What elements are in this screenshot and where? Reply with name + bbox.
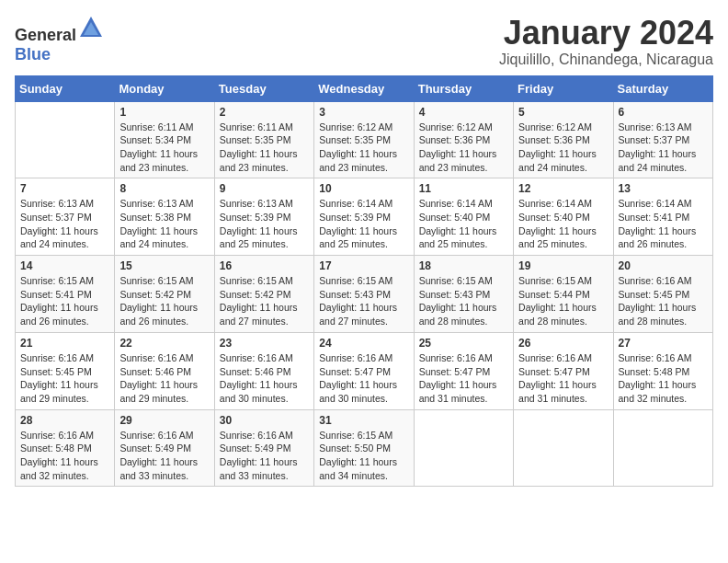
logo: General Blue xyxy=(15,15,104,64)
day-number: 28 xyxy=(20,414,109,427)
day-info: Sunrise: 6:14 AMSunset: 5:39 PMDaylight:… xyxy=(319,197,408,251)
calendar-cell: 11Sunrise: 6:14 AMSunset: 5:40 PMDayligh… xyxy=(414,178,513,256)
week-row-1: 1Sunrise: 6:11 AMSunset: 5:34 PMDaylight… xyxy=(16,101,713,178)
calendar-cell: 17Sunrise: 6:15 AMSunset: 5:43 PMDayligh… xyxy=(314,256,414,333)
day-info: Sunrise: 6:16 AMSunset: 5:47 PMDaylight:… xyxy=(319,351,408,406)
weekday-saturday: Saturday xyxy=(613,75,712,101)
day-info: Sunrise: 6:16 AMSunset: 5:49 PMDaylight:… xyxy=(119,429,209,483)
day-number: 24 xyxy=(319,337,408,350)
day-number: 12 xyxy=(518,182,608,195)
day-info: Sunrise: 6:15 AMSunset: 5:43 PMDaylight:… xyxy=(419,274,508,328)
calendar-cell: 9Sunrise: 6:13 AMSunset: 5:39 PMDaylight… xyxy=(214,178,313,256)
day-number: 1 xyxy=(119,106,209,119)
logo-general: General xyxy=(15,26,76,44)
calendar-table: SundayMondayTuesdayWednesdayThursdayFrid… xyxy=(15,75,713,488)
day-info: Sunrise: 6:16 AMSunset: 5:47 PMDaylight:… xyxy=(419,351,508,406)
day-number: 30 xyxy=(220,414,309,427)
day-info: Sunrise: 6:15 AMSunset: 5:44 PMDaylight:… xyxy=(518,274,608,328)
day-number: 4 xyxy=(419,106,508,119)
calendar-cell: 18Sunrise: 6:15 AMSunset: 5:43 PMDayligh… xyxy=(414,256,513,333)
location: Jiquilillo, Chinandega, Nicaragua xyxy=(499,52,713,68)
calendar-cell: 1Sunrise: 6:11 AMSunset: 5:34 PMDaylight… xyxy=(115,101,214,178)
calendar-cell: 3Sunrise: 6:12 AMSunset: 5:35 PMDaylight… xyxy=(314,101,414,178)
day-info: Sunrise: 6:16 AMSunset: 5:49 PMDaylight:… xyxy=(220,429,309,483)
week-row-3: 14Sunrise: 6:15 AMSunset: 5:41 PMDayligh… xyxy=(16,256,713,333)
day-number: 25 xyxy=(419,337,508,350)
day-info: Sunrise: 6:13 AMSunset: 5:37 PMDaylight:… xyxy=(619,121,708,175)
day-info: Sunrise: 6:13 AMSunset: 5:38 PMDaylight:… xyxy=(119,197,209,251)
day-number: 5 xyxy=(518,106,608,119)
day-number: 22 xyxy=(119,337,209,350)
day-number: 26 xyxy=(518,337,608,350)
day-number: 27 xyxy=(619,337,708,350)
logo-text: General Blue xyxy=(15,15,104,64)
day-number: 10 xyxy=(319,182,408,195)
week-row-5: 28Sunrise: 6:16 AMSunset: 5:48 PMDayligh… xyxy=(16,409,713,487)
day-number: 9 xyxy=(220,182,309,195)
calendar-cell: 10Sunrise: 6:14 AMSunset: 5:39 PMDayligh… xyxy=(314,178,414,256)
day-number: 19 xyxy=(518,259,608,272)
day-number: 15 xyxy=(119,259,209,272)
day-number: 3 xyxy=(319,106,408,119)
calendar-cell: 25Sunrise: 6:16 AMSunset: 5:47 PMDayligh… xyxy=(414,332,513,409)
day-info: Sunrise: 6:13 AMSunset: 5:39 PMDaylight:… xyxy=(220,197,309,251)
day-info: Sunrise: 6:12 AMSunset: 5:35 PMDaylight:… xyxy=(319,121,408,175)
calendar-cell: 5Sunrise: 6:12 AMSunset: 5:36 PMDaylight… xyxy=(514,101,613,178)
calendar-cell: 20Sunrise: 6:16 AMSunset: 5:45 PMDayligh… xyxy=(613,256,712,333)
calendar-cell: 21Sunrise: 6:16 AMSunset: 5:45 PMDayligh… xyxy=(16,332,115,409)
calendar-cell: 23Sunrise: 6:16 AMSunset: 5:46 PMDayligh… xyxy=(214,332,313,409)
week-row-4: 21Sunrise: 6:16 AMSunset: 5:45 PMDayligh… xyxy=(16,332,713,409)
weekday-tuesday: Tuesday xyxy=(214,75,313,101)
calendar-cell: 26Sunrise: 6:16 AMSunset: 5:47 PMDayligh… xyxy=(514,332,613,409)
calendar-cell: 27Sunrise: 6:16 AMSunset: 5:48 PMDayligh… xyxy=(613,332,712,409)
weekday-header-row: SundayMondayTuesdayWednesdayThursdayFrid… xyxy=(16,75,713,101)
calendar-cell: 28Sunrise: 6:16 AMSunset: 5:48 PMDayligh… xyxy=(16,409,115,487)
logo-blue: Blue xyxy=(15,45,51,63)
calendar-cell: 4Sunrise: 6:12 AMSunset: 5:36 PMDaylight… xyxy=(414,101,513,178)
calendar-cell: 19Sunrise: 6:15 AMSunset: 5:44 PMDayligh… xyxy=(514,256,613,333)
calendar-cell: 24Sunrise: 6:16 AMSunset: 5:47 PMDayligh… xyxy=(314,332,414,409)
day-info: Sunrise: 6:14 AMSunset: 5:40 PMDaylight:… xyxy=(419,197,508,251)
calendar-body: 1Sunrise: 6:11 AMSunset: 5:34 PMDaylight… xyxy=(16,101,713,487)
calendar-cell: 30Sunrise: 6:16 AMSunset: 5:49 PMDayligh… xyxy=(214,409,313,487)
day-info: Sunrise: 6:12 AMSunset: 5:36 PMDaylight:… xyxy=(419,121,508,175)
calendar-cell: 2Sunrise: 6:11 AMSunset: 5:35 PMDaylight… xyxy=(214,101,313,178)
day-info: Sunrise: 6:16 AMSunset: 5:47 PMDaylight:… xyxy=(518,351,608,406)
page-header: General Blue January 2024 Jiquilillo, Ch… xyxy=(15,15,713,68)
day-number: 18 xyxy=(419,259,508,272)
day-info: Sunrise: 6:16 AMSunset: 5:46 PMDaylight:… xyxy=(119,351,209,406)
weekday-friday: Friday xyxy=(514,75,613,101)
calendar-cell xyxy=(613,409,712,487)
weekday-monday: Monday xyxy=(115,75,214,101)
day-number: 23 xyxy=(220,337,309,350)
day-info: Sunrise: 6:16 AMSunset: 5:45 PMDaylight:… xyxy=(20,351,109,406)
day-number: 16 xyxy=(220,259,309,272)
day-number: 14 xyxy=(20,259,109,272)
day-info: Sunrise: 6:16 AMSunset: 5:45 PMDaylight:… xyxy=(619,274,708,328)
day-number: 8 xyxy=(119,182,209,195)
day-info: Sunrise: 6:16 AMSunset: 5:48 PMDaylight:… xyxy=(619,351,708,406)
calendar-cell: 7Sunrise: 6:13 AMSunset: 5:37 PMDaylight… xyxy=(16,178,115,256)
month-title: January 2024 xyxy=(499,15,713,52)
day-number: 11 xyxy=(419,182,508,195)
calendar-cell: 8Sunrise: 6:13 AMSunset: 5:38 PMDaylight… xyxy=(115,178,214,256)
calendar-cell xyxy=(414,409,513,487)
day-info: Sunrise: 6:11 AMSunset: 5:35 PMDaylight:… xyxy=(220,121,309,175)
day-info: Sunrise: 6:14 AMSunset: 5:40 PMDaylight:… xyxy=(518,197,608,251)
day-number: 31 xyxy=(319,414,408,427)
calendar-cell: 29Sunrise: 6:16 AMSunset: 5:49 PMDayligh… xyxy=(115,409,214,487)
day-info: Sunrise: 6:15 AMSunset: 5:43 PMDaylight:… xyxy=(319,274,408,328)
calendar-cell: 13Sunrise: 6:14 AMSunset: 5:41 PMDayligh… xyxy=(613,178,712,256)
calendar-cell: 6Sunrise: 6:13 AMSunset: 5:37 PMDaylight… xyxy=(613,101,712,178)
calendar-cell xyxy=(16,101,115,178)
day-number: 29 xyxy=(119,414,209,427)
calendar-cell: 15Sunrise: 6:15 AMSunset: 5:42 PMDayligh… xyxy=(115,256,214,333)
calendar-cell: 31Sunrise: 6:15 AMSunset: 5:50 PMDayligh… xyxy=(314,409,414,487)
weekday-sunday: Sunday xyxy=(16,75,115,101)
day-info: Sunrise: 6:16 AMSunset: 5:46 PMDaylight:… xyxy=(220,351,309,406)
weekday-thursday: Thursday xyxy=(414,75,513,101)
day-number: 6 xyxy=(619,106,708,119)
day-info: Sunrise: 6:15 AMSunset: 5:50 PMDaylight:… xyxy=(319,429,408,483)
day-info: Sunrise: 6:15 AMSunset: 5:41 PMDaylight:… xyxy=(20,274,109,328)
day-number: 20 xyxy=(619,259,708,272)
